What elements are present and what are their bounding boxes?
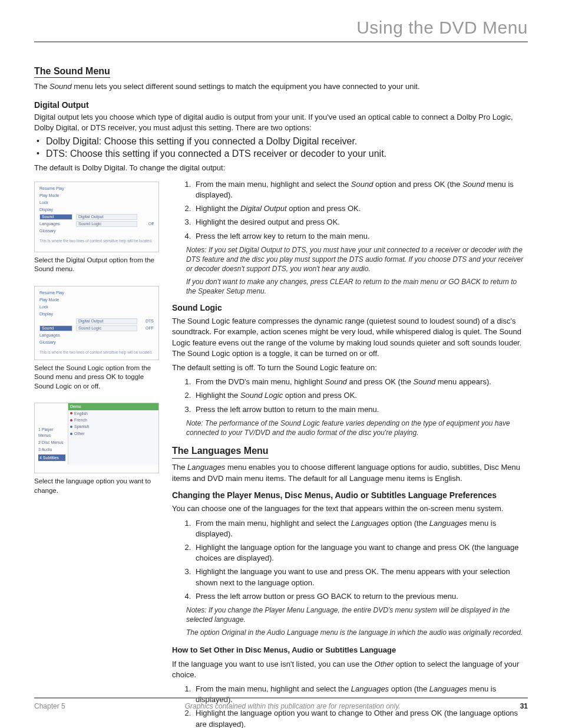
list-item: Highlight the desired output and press O… — [193, 217, 528, 228]
sound-logic-screenshot: Resume Play Play Mode Lock Display Digit… — [34, 286, 159, 360]
ss-val: OFF — [141, 325, 154, 331]
languages-note1: Notes: If you change the Player Menu Lan… — [186, 605, 528, 624]
sound-menu-screenshot: Resume Play Play Mode Lock Display Sound… — [34, 182, 159, 252]
list-item: Highlight the language you want to use a… — [193, 566, 528, 588]
text: If the language you want to use isn't li… — [172, 660, 375, 668]
footer-page-number: 31 — [520, 702, 528, 710]
languages-steps1: From the main menu, highlight and select… — [172, 518, 528, 602]
ss-val: Off — [141, 221, 154, 226]
languages-note2: The option Original in the Audio Languag… — [186, 628, 528, 637]
digital-output-note2: If you don't want to make any changes, p… — [186, 277, 528, 296]
list-item: Highlight the Digital Output option and … — [193, 203, 528, 214]
ss-help: This is where the two lines of context s… — [39, 350, 154, 355]
text-em: Sound — [462, 180, 485, 189]
languages-sub-heading: Changing the Player Menus, Disc Menus, A… — [172, 490, 528, 502]
text: Highlight the — [196, 204, 240, 213]
list-item: DTS: Choose this setting if you connecte… — [46, 149, 528, 159]
ss-val: DTS — [141, 318, 154, 324]
text: menu lets you select different sound set… — [72, 82, 420, 91]
ss-field: Digital Output — [76, 318, 137, 324]
ss-field: Sound Logic — [76, 325, 137, 331]
ss-item-selected: 4 Subtitles — [38, 454, 65, 461]
digital-output-intro: Digital output lets you choose which typ… — [34, 112, 528, 133]
text: French — [74, 417, 87, 423]
ss-opt: Other — [68, 430, 158, 437]
ss-item: Languages — [39, 221, 72, 226]
text-em: Languages — [429, 684, 467, 693]
list-item: Press the left arrow key to return to th… — [193, 231, 528, 242]
text: From the main menu, highlight and select… — [196, 684, 351, 693]
text-em: Sound — [414, 377, 436, 386]
languages-heading: The Languages Menu — [172, 444, 269, 459]
text-em: Sound — [325, 377, 347, 386]
ss-item: Resume Play — [39, 186, 72, 191]
text: menu appears). — [435, 377, 491, 386]
text-em: Sound Logic — [240, 391, 283, 400]
text: option (the — [389, 684, 429, 693]
text-em: Languages — [429, 519, 467, 528]
text: Highlight the — [196, 391, 240, 400]
sound-menu-intro: The Sound menu lets you select different… — [34, 81, 528, 92]
footer-chapter: Chapter 5 — [34, 702, 65, 710]
text-em: Languages — [351, 684, 389, 693]
ss-item: Display — [39, 311, 72, 317]
list-item: Highlight the language option for the la… — [193, 542, 528, 564]
ss-opt: Demo — [68, 403, 158, 410]
footer-disclaimer: Graphics contained within this publicati… — [185, 702, 401, 710]
page-footer: Chapter 5 Graphics contained within this… — [34, 697, 528, 710]
ss-help: This is where the two lines of context s… — [39, 239, 154, 243]
digital-output-caption: Select the Digital Output option from th… — [34, 256, 159, 274]
languages-caption: Select the language option you want to c… — [34, 477, 159, 495]
list-item: Highlight the language option you want t… — [193, 708, 528, 728]
digital-output-bullets: Dolby Digital: Choose this setting if yo… — [34, 136, 528, 159]
list-item: From the DVD's main menu, highlight Soun… — [193, 377, 528, 387]
text: From the DVD's main menu, highlight — [196, 377, 325, 386]
sound-logic-default: The default setting is off. To turn the … — [172, 363, 528, 373]
ss-item: Lock — [39, 200, 72, 205]
ss-item: Languages — [39, 332, 72, 338]
languages-intro: The Languages menu enables you to choose… — [172, 462, 528, 483]
text: English — [74, 411, 88, 416]
ss-opt: English — [68, 410, 158, 417]
how-other-intro: If the language you want to use isn't li… — [172, 659, 528, 680]
how-other-heading: How to Set Other in Disc Menus, Audio or… — [172, 645, 528, 655]
languages-screenshot: 1 Player Menus 2 Disc Menus 3 Audio 4 Su… — [34, 403, 159, 473]
list-item: Dolby Digital: Choose this setting if yo… — [46, 136, 528, 147]
sound-logic-caption: Select the Sound Logic option from the S… — [34, 364, 159, 391]
ss-field: Digital Output — [76, 214, 137, 220]
text: option (the — [389, 519, 429, 528]
digital-output-heading: Digital Output — [34, 100, 528, 110]
text-em: Languages — [187, 463, 225, 472]
text: and press OK (the — [347, 377, 414, 386]
ss-item: 1 Player Menus — [38, 427, 65, 438]
page-header: Using the DVD Menu — [34, 18, 528, 42]
text-em: Sound — [49, 82, 72, 91]
sound-logic-intro: The Sound Logic feature compresses the d… — [172, 316, 528, 359]
sound-menu-heading: The Sound Menu — [34, 66, 110, 78]
languages-choose-line: You can choose one of the languages for … — [172, 503, 528, 514]
ss-item: Resume Play — [39, 290, 72, 295]
text-em: Languages — [351, 519, 389, 528]
text-em: Digital Output — [240, 204, 287, 213]
ss-item: Glossary — [39, 340, 72, 345]
ss-item-selected: Sound — [39, 214, 72, 220]
text: Spanish — [74, 424, 89, 429]
list-item: From the main menu, highlight and select… — [193, 518, 528, 539]
text: The — [34, 82, 49, 91]
ss-item-selected: Sound — [39, 325, 72, 331]
list-item: Press the left arrow button or press GO … — [193, 591, 528, 602]
ss-item: Lock — [39, 304, 72, 309]
ss-item: 2 Disc Menus — [38, 440, 65, 445]
list-item: Press the left arrow button to return to… — [193, 404, 528, 415]
text: From the main menu, highlight and select… — [196, 519, 351, 528]
text: From the main menu, highlight and select… — [196, 180, 351, 189]
sound-logic-note: Note: The performance of the Sound Logic… — [186, 419, 528, 437]
ss-item: Play Mode — [39, 297, 72, 302]
ss-item: Glossary — [39, 228, 72, 233]
text: option and press OK. — [283, 391, 357, 400]
text: Other — [74, 431, 85, 436]
digital-output-note1: Notes: If you set Digital Output to DTS,… — [186, 245, 528, 274]
sound-logic-heading: Sound Logic — [172, 302, 528, 314]
text: option and press OK (the — [373, 180, 462, 189]
list-item: From the main menu, highlight and select… — [193, 179, 528, 200]
